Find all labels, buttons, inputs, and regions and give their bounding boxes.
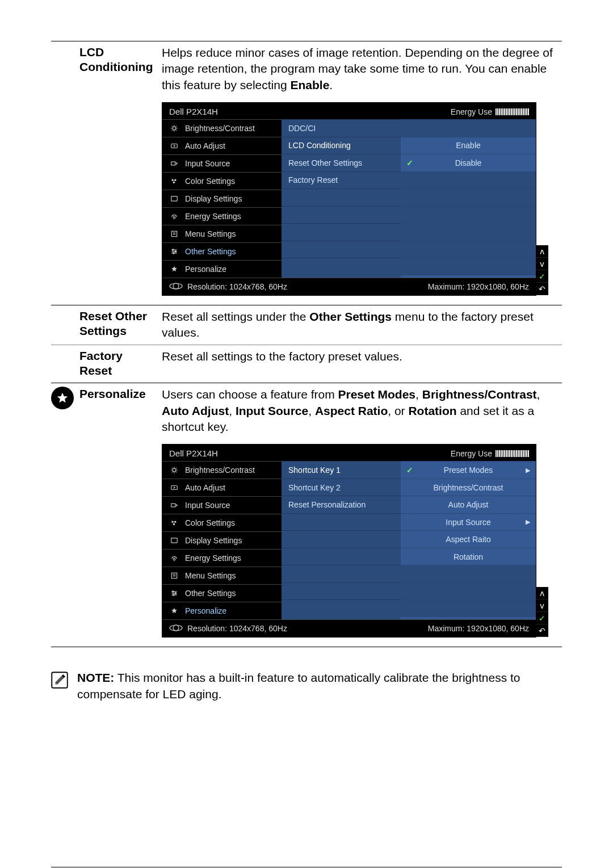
osd-menu-label: Personalize: [185, 607, 226, 615]
pencil-icon: [51, 670, 68, 690]
osd-option-item[interactable]: [401, 599, 536, 617]
osd-menu-item[interactable]: Input Source: [162, 496, 282, 514]
menu-item-icon: [169, 519, 179, 527]
svg-point-0: [173, 127, 176, 130]
osd-submenu-item[interactable]: [282, 530, 401, 548]
osd-menu-item[interactable]: Other Settings: [162, 242, 282, 260]
osd-option-item[interactable]: [401, 223, 536, 241]
osd-option-item[interactable]: Rotation: [401, 548, 536, 565]
desc-reset-other: Reset all settings under the Other Setti…: [162, 309, 562, 341]
svg-rect-43: [171, 538, 178, 543]
svg-point-15: [173, 217, 175, 219]
osd-menu-item[interactable]: Other Settings: [162, 584, 282, 602]
section-factory-reset: Factory Reset Reset all settings to the …: [51, 345, 562, 382]
menu-item-icon: [169, 484, 179, 492]
nav-ok-button[interactable]: ✓: [536, 612, 548, 624]
desc-lcd-conditioning: Helps reduce minor cases of image retent…: [162, 45, 562, 93]
osd-submenu-item[interactable]: [282, 582, 401, 600]
osd-option-item[interactable]: [401, 565, 536, 582]
osd-option-label: Auto Adjust: [448, 501, 489, 509]
resolution-icon: [169, 283, 183, 290]
osd-submenu-item[interactable]: [282, 599, 401, 617]
osd-menu-item[interactable]: Brightness/Contrast: [162, 461, 282, 479]
osd-menu-item[interactable]: Auto Adjust: [162, 137, 282, 154]
nav-down-button[interactable]: v: [536, 599, 548, 612]
osd-submenu-item[interactable]: Reset Personalization: [282, 496, 401, 513]
resolution-icon: [169, 624, 183, 631]
osd-menu-item[interactable]: Menu Settings: [162, 567, 282, 584]
menu-item-icon: [169, 177, 179, 185]
osd-option-item[interactable]: [401, 206, 536, 224]
menu-item-icon: [169, 589, 179, 597]
osd-menu-item[interactable]: Personalize: [162, 602, 282, 619]
nav-up-button[interactable]: ʌ: [536, 245, 548, 258]
desc-factory-reset: Reset all settings to the factory preset…: [162, 349, 562, 364]
osd-option-item[interactable]: ✓Preset Modes▶: [401, 461, 536, 479]
osd-submenu-item[interactable]: [282, 513, 401, 531]
osd-submenu-item[interactable]: DDC/CI: [282, 119, 401, 137]
svg-point-13: [173, 182, 175, 184]
osd-submenu-item[interactable]: [282, 241, 401, 258]
osd-option-item[interactable]: Input Source▶: [401, 513, 536, 531]
osd-menu-item[interactable]: Display Settings: [162, 190, 282, 207]
svg-line-34: [172, 468, 173, 468]
osd-submenu-item[interactable]: [282, 206, 401, 224]
section-personalize: Personalize Users can choose a feature f…: [51, 383, 562, 438]
osd-menu-label: Input Source: [185, 160, 230, 167]
osd-submenu-item[interactable]: [282, 258, 401, 275]
osd-menu-item[interactable]: Auto Adjust: [162, 479, 282, 496]
nav-up-button[interactable]: ʌ: [536, 587, 548, 599]
osd-menu-item[interactable]: Color Settings: [162, 172, 282, 190]
menu-item-icon: [169, 195, 179, 203]
section-lcd-conditioning: LCD Conditioning Helps reduce minor case…: [51, 41, 562, 97]
osd-submenu-item[interactable]: Reset Other Settings: [282, 154, 401, 171]
osd-submenu-item[interactable]: Shortcut Key 1: [282, 461, 401, 479]
osd-nav-buttons: ʌv✓↶: [536, 245, 548, 295]
osd-option-label: Brightness/Contrast: [434, 484, 503, 492]
osd-menu-item[interactable]: Energy Settings: [162, 549, 282, 567]
osd-menu-item[interactable]: Menu Settings: [162, 225, 282, 242]
nav-back-button[interactable]: ↶: [536, 283, 548, 295]
nav-down-button[interactable]: v: [536, 258, 548, 270]
nav-back-button[interactable]: ↶: [536, 624, 548, 637]
osd-menu-item[interactable]: Energy Settings: [162, 207, 282, 225]
osd-maximum: Maximum: 1920x1080, 60Hz: [428, 283, 529, 291]
osd-menu-item[interactable]: Display Settings: [162, 531, 282, 549]
svg-point-29: [173, 468, 176, 472]
svg-point-56: [173, 625, 179, 631]
osd-menu-item[interactable]: Brightness/Contrast: [162, 119, 282, 137]
osd-menu-label: Input Source: [185, 501, 230, 509]
label-lcd-conditioning: LCD Conditioning: [79, 45, 162, 75]
osd-submenu-item[interactable]: LCD Conditioning: [282, 137, 401, 154]
osd-submenu-item[interactable]: Factory Reset: [282, 171, 401, 189]
osd-submenu-item[interactable]: [282, 548, 401, 565]
osd-submenu-item[interactable]: [282, 188, 401, 206]
osd-option-item[interactable]: ✓Disable: [401, 154, 536, 171]
osd-submenu-item[interactable]: [282, 565, 401, 582]
osd-submenu-item[interactable]: Shortcut Key 2: [282, 479, 401, 496]
osd-option-item[interactable]: [401, 582, 536, 600]
osd-menu-item[interactable]: Personalize: [162, 260, 282, 278]
osd-menu-label: Brightness/Contrast: [185, 124, 255, 132]
osd-menu-item[interactable]: Color Settings: [162, 514, 282, 531]
chevron-right-icon: ▶: [526, 519, 530, 525]
svg-point-11: [171, 179, 174, 182]
osd-submenu-item[interactable]: [282, 223, 401, 241]
osd-option-item[interactable]: [401, 258, 536, 275]
osd-option-item[interactable]: [401, 119, 536, 137]
osd-option-item[interactable]: Auto Adjust: [401, 496, 536, 513]
note-block: NOTE: This monitor has a built-in featur…: [51, 670, 562, 702]
osd-option-item[interactable]: [401, 171, 536, 189]
osd-option-item[interactable]: [401, 188, 536, 206]
star-icon: [51, 387, 74, 409]
osd-option-label: Preset Modes: [444, 466, 493, 474]
nav-ok-button[interactable]: ✓: [536, 270, 548, 283]
osd-menu-label: Menu Settings: [185, 572, 236, 580]
svg-marker-25: [171, 266, 177, 271]
osd-option-item[interactable]: Aspect Raito: [401, 530, 536, 548]
osd-menu-item[interactable]: Input Source: [162, 154, 282, 172]
osd-option-item[interactable]: Enable: [401, 137, 536, 154]
osd-option-item[interactable]: [401, 241, 536, 258]
osd-menu-label: Other Settings: [185, 589, 236, 597]
osd-option-item[interactable]: Brightness/Contrast: [401, 479, 536, 496]
